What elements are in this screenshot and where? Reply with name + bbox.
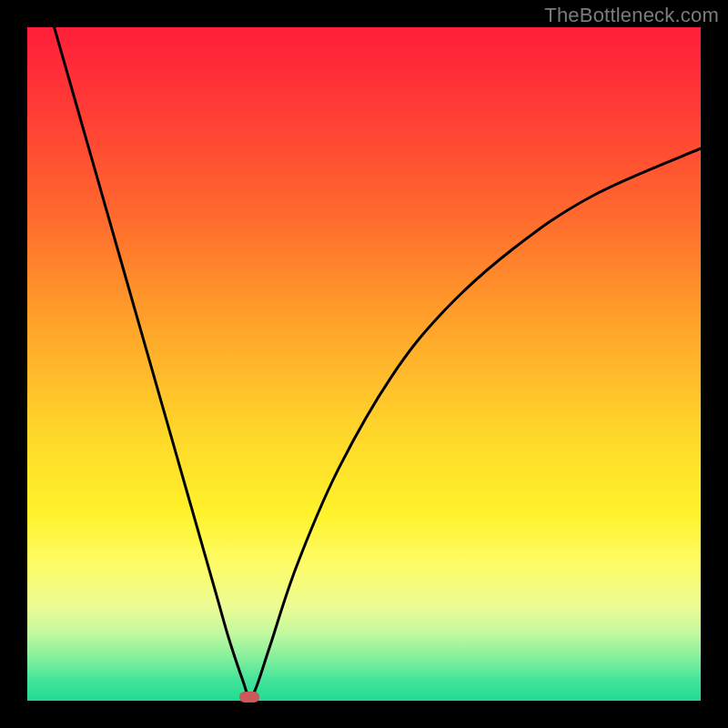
watermark-text: TheBottleneck.com: [544, 4, 719, 27]
chart-frame: TheBottleneck.com: [0, 0, 728, 728]
plot-area: [27, 27, 701, 701]
bottleneck-curve: [27, 27, 701, 701]
optimal-point-marker: [239, 692, 259, 703]
